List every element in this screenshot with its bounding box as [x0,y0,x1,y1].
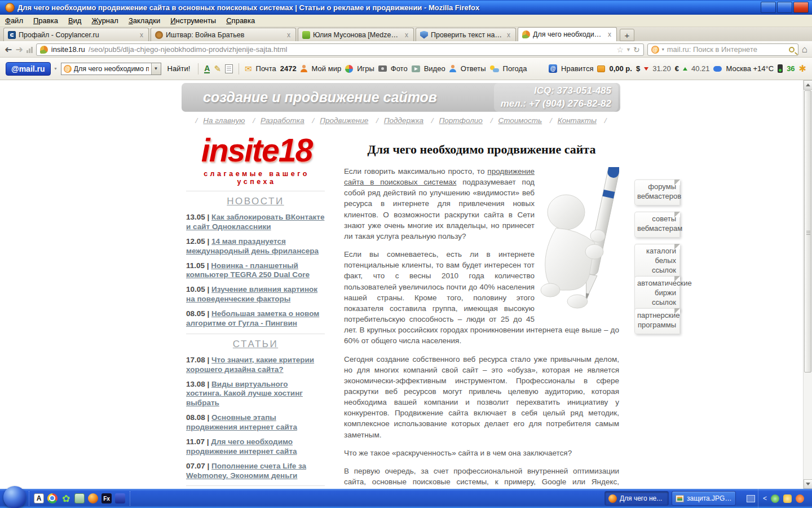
page-info-icon[interactable] [225,64,233,73]
back-button[interactable]: ➜ [5,45,12,54]
site-logo[interactable]: insite18 слагаемые вашего успеха [184,134,329,186]
news-item: 08.05 | Небольшая заметка о новом алгори… [186,309,325,329]
scrollbar-thumb[interactable] [804,90,811,373]
sidetab-webmaster-forums[interactable]: форумы вебмастеров [634,179,680,205]
eur-rate[interactable]: 40.21 [691,64,710,73]
menu-tools[interactable]: Инструменты [165,15,221,26]
url-dropdown-icon[interactable]: ▼ [626,47,631,52]
medzenga-favicon-icon [302,31,310,39]
maximize-button[interactable] [777,2,792,13]
tab-medzenga-portfolio[interactable]: Юлия Мусонова [Medzenga] - Портфолио x [298,28,414,41]
menu-edit[interactable]: Правка [28,15,63,26]
tab-close-icon[interactable]: x [286,31,292,39]
blue-app-icon[interactable] [115,493,125,503]
language-bar-icon[interactable] [747,495,755,502]
forward-button[interactable]: ➜ [15,45,23,54]
paragraph-5: В первую очередь, за счет профессиональн… [344,466,619,489]
mailru-logo-dropdown-icon[interactable]: ▾ [55,66,57,71]
nav-portfolio[interactable]: Портфолио [439,116,483,125]
article-item: 08.08 | Основные этапы продвижения интер… [186,413,325,432]
my-world-link[interactable]: Мой мир [312,64,342,73]
usd-symbol: $ [636,64,640,73]
answers-link[interactable]: Ответы [461,64,486,73]
quicklaunch-a-icon[interactable]: A [34,493,44,503]
start-button[interactable] [3,486,26,508]
nav-pricing[interactable]: Стоимость [498,116,542,125]
new-tab-button[interactable]: + [620,29,634,41]
mail-link[interactable]: Почта [256,64,276,73]
nav-development[interactable]: Разработка [261,116,304,125]
nav-contacts[interactable]: Контакты [558,116,597,125]
tab-insite18-active[interactable]: Для чего необходимо продвижение са... x [518,27,617,41]
toolbar-search-field[interactable]: @ Для чего необходимо продв ▼ [61,63,161,75]
photo-icon [378,65,387,72]
usd-rate[interactable]: 31.20 [652,64,671,73]
font-size-icon[interactable]: A [204,64,210,73]
minimize-button[interactable] [761,2,776,13]
tab-text-uniqueness[interactable]: Проверить текст на уникальность онл... x [416,28,516,41]
news-item: 12.05 | 14 мая празднуется международный… [186,237,325,256]
scroll-up-button[interactable] [804,80,812,90]
find-button[interactable]: Найти! [165,64,193,73]
navigation-toolbar: ➜ ➜ insite18.ru /seo/pub5/dlja-chjego-nj… [0,41,812,58]
home-button[interactable]: ⌂ [802,44,807,55]
vertical-scrollbar[interactable] [803,80,812,489]
icq-icon[interactable]: ✿ [61,493,71,503]
antivirus-tray-icon[interactable] [771,494,779,503]
scroll-down-button[interactable] [804,479,812,489]
sidetab-webmaster-tips[interactable]: советы вебмастерам [634,212,680,238]
tab-ishtvar[interactable]: Иштвар: Война Братьев x [151,28,296,41]
magnifier-icon[interactable] [789,47,795,52]
like-link[interactable]: Нравится [561,64,593,73]
search-bar[interactable]: @ ▾ mail.ru: Поиск в Интернете [647,43,798,56]
menu-bookmarks[interactable]: Закладки [123,15,165,26]
bookmark-star-icon[interactable]: ☆ [617,45,624,54]
tab-close-icon[interactable]: x [139,31,144,39]
nav-promotion[interactable]: Продвижение [320,116,368,125]
menu-history[interactable]: Журнал [86,15,123,26]
qip-icon[interactable] [74,493,85,503]
tab-close-icon[interactable]: x [404,31,409,39]
nav-home[interactable]: На главную [203,116,245,125]
answers-icon [449,65,457,72]
task-button-image-viewer[interactable]: защита.JPG ... [672,491,736,506]
city-weather[interactable]: Москва +14°C [726,64,774,73]
video-link[interactable]: Видео [424,64,445,73]
search-history-dropdown-icon[interactable]: ▼ [151,63,161,75]
mailru-logo[interactable]: @mail.ru [6,62,51,76]
nav-support[interactable]: Поддержка [384,116,423,125]
sidetab-auto-link-exchanges[interactable]: автоматические биржи ссылок [634,276,680,312]
fx-app-icon[interactable]: Fx [102,493,112,503]
clock-tray-icon[interactable] [783,494,792,503]
mailru-search-icon: @ [64,65,72,73]
chrome-icon[interactable] [47,493,58,503]
tab-close-icon[interactable]: x [607,30,612,38]
tab-close-icon[interactable]: x [506,31,511,39]
task-button-firefox[interactable]: Для чего не... [604,491,669,506]
tray-collapse-icon[interactable]: < [763,494,767,502]
toolbar-search-value: Для чего необходимо продв [74,65,149,73]
firefox-icon[interactable] [88,493,98,503]
menu-help[interactable]: Справка [221,15,260,26]
weather-link[interactable]: Погода [503,64,527,73]
menu-view[interactable]: Вид [63,15,87,26]
downloader-tray-icon[interactable] [796,494,804,503]
games-link[interactable]: Игры [357,64,374,73]
menu-file[interactable]: Файл [0,15,28,26]
sidetab-affiliate-programs[interactable]: партнерские программы [634,308,680,334]
highlighter-icon[interactable]: ✎ [214,64,221,74]
icq-number: ICQ: 373-051-485 [534,85,611,96]
money-balance[interactable]: 0,00 р. [609,64,632,73]
tab-copylancer[interactable]: Профайл - Copylancer.ru x [3,28,149,41]
refresh-icon[interactable]: ↻ [633,45,640,54]
weather-icon [490,65,499,72]
taskbar: A ✿ Fx Для чего не... защита.JPG ... < [0,489,812,508]
toolbar-settings-icon[interactable]: ✱ [799,63,806,74]
sidetab-white-link-catalogs[interactable]: каталоги белых ссылок [634,244,680,279]
usd-down-icon [644,67,648,71]
close-button[interactable] [793,2,809,13]
search-engine-dropdown-icon[interactable]: ▾ [662,47,664,52]
traffic-score[interactable]: 36 [787,64,795,73]
photo-link[interactable]: Фото [391,64,408,73]
url-bar[interactable]: insite18.ru /seo/pub5/dlja-chjego-njeobk… [36,43,644,56]
